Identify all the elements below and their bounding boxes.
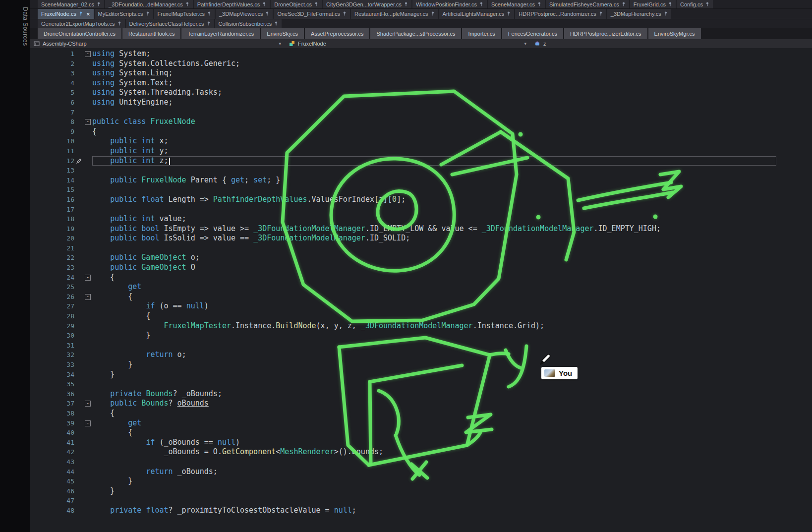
code-line-18[interactable]: 18 public int value; [30, 214, 812, 224]
tab-myeditorscripts-cs[interactable]: MyEditorScripts.cs [95, 9, 153, 19]
pin-icon[interactable] [314, 2, 318, 7]
code-line-12[interactable]: 12 public int z; [30, 156, 812, 166]
pin-icon[interactable] [79, 11, 83, 16]
code-line-46[interactable]: 46 } [30, 486, 812, 496]
code-line-10[interactable]: 10 public int x; [30, 136, 812, 146]
tab-importer-cs[interactable]: Importer.cs [462, 28, 501, 39]
tab-simulatedfisheyecamera-cs[interactable]: SimulatedFisheyeCamera.cs [546, 0, 629, 8]
tab-scenemanager-cs[interactable]: SceneManager.cs [488, 0, 545, 8]
tab-config-cs[interactable]: Config.cs [677, 0, 713, 8]
code-line-2[interactable]: 2using System.Collections.Generic; [30, 59, 812, 69]
code-line-8[interactable]: 8-public class FruxelNode [30, 117, 812, 127]
code-line-4[interactable]: 4using System.Text; [30, 78, 812, 88]
code-line-11[interactable]: 11 public int y; [30, 146, 812, 156]
code-line-43[interactable]: 43 [30, 457, 812, 467]
fold-collapse-icon[interactable]: - [85, 401, 91, 407]
code-line-15[interactable]: 15 [30, 185, 812, 195]
code-line-31[interactable]: 31 [30, 341, 812, 351]
tab-terrainlayerrandomizer-cs[interactable]: TerrainLayerRandomizer.cs [181, 28, 260, 39]
tab-3dfoundatio-delmanager-cs[interactable]: _3DFoundatio...delManager.cs [105, 0, 193, 8]
code-line-17[interactable]: 17 [30, 205, 812, 215]
fold-collapse-icon[interactable]: - [85, 294, 91, 300]
code-line-23[interactable]: 23 public GameObject O [30, 263, 812, 273]
pin-icon[interactable] [537, 2, 541, 7]
tab-artificiallightsmanager-cs[interactable]: ArtificialLightsManager.cs [439, 9, 515, 19]
tab-onesec3d-fileformat-cs[interactable]: OneSec3D_FileFormat.cs [274, 9, 350, 19]
pin-icon[interactable] [664, 11, 668, 16]
pin-icon[interactable] [668, 2, 672, 7]
tab-envirosky-cs[interactable]: EnviroSky.cs [261, 28, 304, 39]
code-line-34[interactable]: 34 } [30, 370, 812, 380]
code-editor[interactable]: 1-using System;2using System.Collections… [30, 48, 812, 532]
tab-pathfinderdepthvalues-cs[interactable]: PathfinderDepthValues.cs [194, 0, 270, 8]
tab-windowpositionfinder-cs[interactable]: WindowPositionFinder.cs [412, 0, 487, 8]
code-line-19[interactable]: 19 public bool IsEmpty => value >= _3DFo… [30, 224, 812, 234]
pin-icon[interactable] [431, 11, 435, 16]
tab-scenemanager-02-cs[interactable]: SceneManager_02.cs [38, 0, 104, 8]
code-line-1[interactable]: 1-using System; [30, 49, 812, 59]
code-line-16[interactable]: 16 public float Length => PathfinderDept… [30, 195, 812, 205]
tab-hdrppostproc-randomizer-cs[interactable]: HDRPPostproc...Randomizer.cs [515, 9, 606, 19]
tab-3dmaphierarchy-cs[interactable]: _3DMapHierarchy.cs [607, 9, 671, 19]
pin-icon[interactable] [343, 11, 347, 16]
code-line-26[interactable]: 26- { [30, 292, 812, 302]
data-sources-tab[interactable]: Data Sources [22, 7, 29, 46]
tab-generator2exportmaptools-cs[interactable]: Generator2ExportMapTools.cs [38, 19, 125, 28]
code-line-24[interactable]: 24- { [30, 273, 812, 283]
tab-3dmapviewer-cs[interactable]: _3DMapViewer.cs [216, 9, 273, 19]
fold-collapse-icon[interactable]: - [85, 275, 91, 281]
type-dropdown[interactable]: FruxelNode ▾ [285, 39, 530, 48]
code-line-42[interactable]: 42 _oBounds = O.GetComponent<MeshRendere… [30, 447, 812, 457]
tab-restauranthook-cs[interactable]: RestaurantHook.cs [122, 28, 181, 39]
code-line-7[interactable]: 7 [30, 108, 812, 118]
code-line-21[interactable]: 21 [30, 243, 812, 253]
code-line-25[interactable]: 25 get [30, 282, 812, 292]
pin-icon[interactable] [185, 2, 189, 7]
fold-collapse-icon[interactable]: - [85, 119, 91, 125]
pin-icon[interactable] [207, 21, 211, 26]
chevron-down-icon[interactable]: ▾ [524, 41, 526, 46]
code-line-14[interactable]: 14 public FruxelNode Parent { get; set; … [30, 176, 812, 185]
code-line-47[interactable]: 47 [30, 496, 812, 506]
code-line-29[interactable]: 29 FruxelMapTester.Instance.BuildNode(x,… [30, 321, 812, 331]
code-line-38[interactable]: 38 { [30, 409, 812, 418]
code-line-9[interactable]: 9{ [30, 127, 812, 137]
tab-droneorientationcontroller-cs[interactable]: DroneOrientationController.cs [38, 28, 121, 39]
tab-fruxelgrid-cs[interactable]: FruxelGrid.cs [630, 0, 676, 8]
fold-collapse-icon[interactable]: - [85, 51, 91, 57]
code-line-41[interactable]: 41 if (_oBounds == null) [30, 438, 812, 448]
tab-fencesgenerator-cs[interactable]: FencesGenerator.cs [502, 28, 563, 39]
pin-icon[interactable] [207, 11, 211, 16]
code-line-3[interactable]: 3using System.Linq; [30, 68, 812, 78]
close-icon[interactable]: × [86, 11, 90, 17]
pin-icon[interactable] [404, 2, 408, 7]
pin-icon[interactable] [146, 11, 150, 16]
fold-collapse-icon[interactable]: - [85, 420, 91, 426]
code-line-22[interactable]: 22 public GameObject o; [30, 253, 812, 263]
tab-hdrppostproc-izereditor-cs[interactable]: HDRPPostproc...izerEditor.cs [564, 28, 647, 39]
pin-icon[interactable] [479, 2, 483, 7]
pin-icon[interactable] [599, 11, 603, 16]
tab-enviroskymgr-cs[interactable]: EnviroSkyMgr.cs [648, 28, 701, 39]
tab-citygen3dgen-torwrapper-cs[interactable]: CityGen3DGen...torWrapper.cs [323, 0, 411, 8]
chevron-down-icon[interactable]: ▾ [279, 41, 281, 46]
code-line-36[interactable]: 36 private Bounds? _oBounds; [30, 389, 812, 399]
code-line-28[interactable]: 28 { [30, 311, 812, 321]
code-line-27[interactable]: 27 if (o == null) [30, 301, 812, 311]
tab-deliverysurfaceclasshelper-cs[interactable]: DeliverySurfaceClassHelper.cs [126, 19, 214, 28]
tab-assetpreprocessor-cs[interactable]: AssetPreprocessor.cs [305, 28, 369, 39]
code-line-32[interactable]: 32 return o; [30, 350, 812, 360]
code-line-13[interactable]: 13 [30, 166, 812, 176]
tab-fruxelnode-cs[interactable]: FruxelNode.cs× [38, 9, 94, 19]
code-line-45[interactable]: 45 } [30, 476, 812, 486]
pin-icon[interactable] [117, 21, 121, 26]
tab-restaurantho-plemanager-cs[interactable]: RestaurantHo...pleManager.cs [351, 9, 438, 19]
member-dropdown[interactable]: z [530, 39, 550, 48]
pin-icon[interactable] [262, 2, 266, 7]
code-line-33[interactable]: 33 } [30, 360, 812, 370]
tab-droneobject-cs[interactable]: DroneObject.cs [271, 0, 322, 8]
pin-icon[interactable] [265, 11, 269, 16]
code-line-37[interactable]: 37- public Bounds? oBounds [30, 399, 812, 409]
pin-icon[interactable] [705, 2, 709, 7]
pin-icon[interactable] [622, 2, 626, 7]
